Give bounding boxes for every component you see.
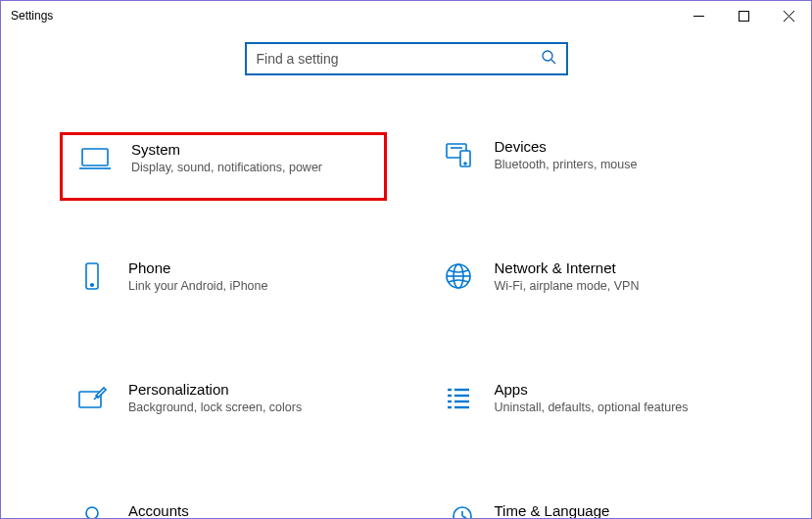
category-desc: Uninstall, defaults, optional features [495, 400, 691, 416]
category-apps[interactable]: Apps Uninstall, defaults, optional featu… [426, 375, 753, 444]
minimize-button[interactable] [676, 1, 721, 30]
svg-point-10 [464, 163, 466, 165]
category-text: System Display, sound, notifications, po… [131, 141, 378, 176]
category-desc: Display, sound, notifications, power [131, 160, 327, 176]
category-title: Time & Language [495, 502, 747, 519]
brush-icon [75, 381, 109, 414]
category-text: Time & Language Speech, region, date [495, 502, 747, 519]
category-network[interactable]: Network & Internet Wi-Fi, airplane mode,… [426, 254, 753, 322]
category-desc: Link your Android, iPhone [128, 278, 324, 295]
person-icon [75, 502, 109, 519]
category-title: Devices [495, 138, 747, 155]
svg-point-13 [91, 284, 94, 287]
category-title: Accounts [128, 502, 381, 519]
window-controls [676, 1, 811, 30]
category-time[interactable]: A 字 Time & Language Speech, region, date [426, 496, 753, 519]
category-desc: Bluetooth, printers, mouse [495, 157, 691, 173]
category-title: Apps [495, 381, 747, 398]
category-title: System [131, 141, 378, 158]
category-text: Devices Bluetooth, printers, mouse [495, 138, 747, 173]
search-container [1, 42, 811, 75]
category-title: Phone [128, 260, 381, 276]
search-box[interactable] [245, 42, 568, 75]
category-desc: Wi-Fi, airplane mode, VPN [495, 278, 691, 295]
globe-icon [442, 260, 475, 293]
maximize-button[interactable] [721, 1, 766, 30]
category-phone[interactable]: Phone Link your Android, iPhone [60, 254, 387, 322]
svg-point-26 [86, 507, 98, 519]
search-icon [541, 49, 556, 69]
category-personalization[interactable]: Personalization Background, lock screen,… [60, 375, 387, 444]
category-text: Apps Uninstall, defaults, optional featu… [495, 381, 747, 416]
titlebar: Settings [1, 1, 811, 30]
apps-icon [442, 381, 475, 414]
search-input[interactable] [257, 51, 541, 67]
category-grid: System Display, sound, notifications, po… [1, 132, 811, 519]
close-button[interactable] [766, 1, 811, 30]
category-system[interactable]: System Display, sound, notifications, po… [60, 132, 387, 201]
svg-line-29 [462, 516, 466, 518]
svg-rect-6 [82, 149, 108, 165]
svg-rect-1 [739, 11, 748, 21]
category-text: Network & Internet Wi-Fi, airplane mode,… [495, 260, 747, 295]
category-text: Accounts Your accounts, email, sync, wor… [128, 502, 381, 519]
svg-line-5 [551, 60, 555, 64]
svg-point-4 [543, 51, 552, 61]
category-devices[interactable]: Devices Bluetooth, printers, mouse [426, 132, 753, 201]
system-icon [78, 141, 112, 174]
category-text: Phone Link your Android, iPhone [128, 260, 381, 295]
category-title: Network & Internet [495, 260, 747, 276]
phone-icon [75, 260, 109, 293]
category-accounts[interactable]: Accounts Your accounts, email, sync, wor… [60, 496, 387, 519]
window-title: Settings [11, 9, 53, 23]
devices-icon [442, 138, 475, 171]
category-desc: Background, lock screen, colors [128, 400, 324, 416]
category-title: Personalization [128, 381, 381, 398]
clock-language-icon: A 字 [442, 502, 475, 519]
category-text: Personalization Background, lock screen,… [128, 381, 381, 416]
